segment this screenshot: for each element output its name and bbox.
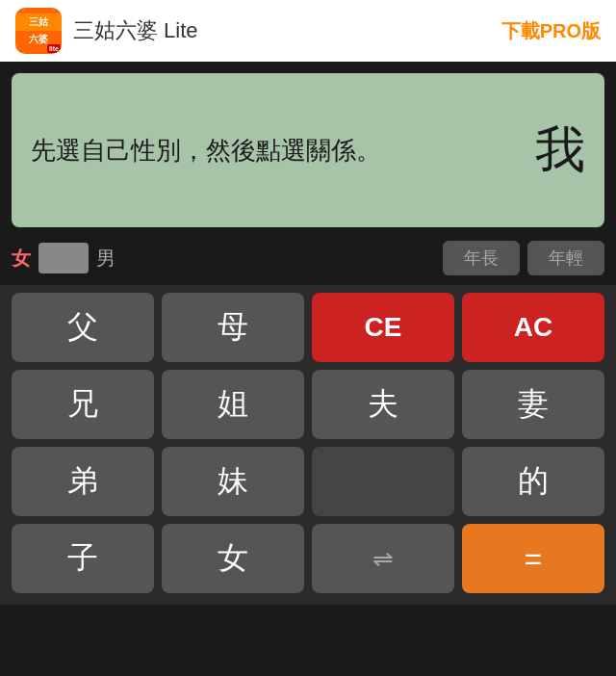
keypad: 父母CEAC兄姐夫妻弟妹的子女⇌= — [0, 285, 616, 605]
female-label: 女 — [12, 246, 31, 272]
male-label: 男 — [96, 246, 116, 272]
display-text: 先選自己性別，然後點選關係。 — [31, 132, 526, 169]
app-header: 三姑 六婆 lite 三姑六婆 Lite 下載PRO版 — [0, 0, 616, 62]
key-2-3[interactable]: 的 — [462, 447, 604, 516]
pro-button[interactable]: 下載PRO版 — [501, 18, 601, 44]
key-3-1[interactable]: 女 — [162, 524, 304, 593]
icon-badge: lite — [47, 44, 61, 53]
key-0-1[interactable]: 母 — [162, 293, 304, 362]
display-me-label: 我 — [535, 117, 585, 184]
key-3-0[interactable]: 子 — [12, 524, 154, 593]
app-title: 三姑六婆 Lite — [73, 16, 198, 45]
gender-age-row: 女 男 年長 年輕 — [0, 235, 616, 281]
header-left: 三姑 六婆 lite 三姑六婆 Lite — [15, 8, 198, 54]
key-2-0[interactable]: 弟 — [12, 447, 154, 516]
key-2-1[interactable]: 妹 — [162, 447, 304, 516]
gender-toggle-button[interactable] — [38, 243, 89, 273]
age-older-button[interactable]: 年長 — [443, 241, 520, 275]
icon-top: 三姑 — [15, 13, 62, 31]
key-0-3[interactable]: AC — [462, 293, 604, 362]
key-3-2[interactable]: ⇌ — [312, 524, 454, 593]
key-3-3[interactable]: = — [462, 524, 604, 593]
key-0-0[interactable]: 父 — [12, 293, 154, 362]
display-area: 先選自己性別，然後點選關係。 我 — [12, 73, 604, 227]
key-1-0[interactable]: 兄 — [12, 370, 154, 439]
key-1-2[interactable]: 夫 — [312, 370, 454, 439]
key-2-2 — [312, 447, 454, 516]
app-icon: 三姑 六婆 lite — [15, 8, 62, 54]
key-1-1[interactable]: 姐 — [162, 370, 304, 439]
key-0-2[interactable]: CE — [312, 293, 454, 362]
age-younger-button[interactable]: 年輕 — [527, 241, 604, 275]
key-1-3[interactable]: 妻 — [462, 370, 604, 439]
